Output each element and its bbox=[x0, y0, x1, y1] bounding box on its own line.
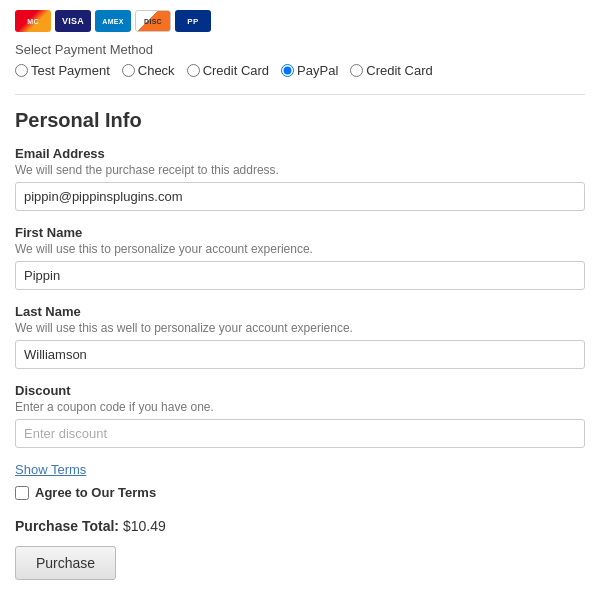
payment-option-test[interactable]: Test Payment bbox=[15, 63, 110, 78]
payment-radio-creditcard2[interactable] bbox=[350, 64, 363, 77]
agree-terms-row: Agree to Our Terms bbox=[15, 485, 585, 500]
show-terms-link[interactable]: Show Terms bbox=[15, 462, 86, 477]
select-payment-label: Select Payment Method bbox=[15, 42, 585, 57]
purchase-total: Purchase Total: $10.49 bbox=[15, 518, 585, 534]
payment-label-creditcard2: Credit Card bbox=[366, 63, 432, 78]
lastname-input[interactable] bbox=[15, 340, 585, 369]
agree-terms-label: Agree to Our Terms bbox=[35, 485, 156, 500]
firstname-input[interactable] bbox=[15, 261, 585, 290]
firstname-label: First Name bbox=[15, 225, 585, 240]
lastname-label: Last Name bbox=[15, 304, 585, 319]
visa-icon: VISA bbox=[55, 10, 91, 32]
email-hint: We will send the purchase receipt to thi… bbox=[15, 163, 585, 177]
terms-section: Show Terms Agree to Our Terms bbox=[15, 462, 585, 500]
amex-icon: AMEX bbox=[95, 10, 131, 32]
payment-option-paypal[interactable]: PayPal bbox=[281, 63, 338, 78]
payment-radio-creditcard1[interactable] bbox=[187, 64, 200, 77]
discover-icon: DISC bbox=[135, 10, 171, 32]
firstname-field-group: First Name We will use this to personali… bbox=[15, 225, 585, 290]
payment-option-creditcard1[interactable]: Credit Card bbox=[187, 63, 269, 78]
lastname-hint: We will use this as well to personalize … bbox=[15, 321, 585, 335]
payment-options: Test Payment Check Credit Card PayPal Cr… bbox=[15, 63, 585, 78]
payment-radio-check[interactable] bbox=[122, 64, 135, 77]
firstname-hint: We will use this to personalize your acc… bbox=[15, 242, 585, 256]
payment-option-creditcard2[interactable]: Credit Card bbox=[350, 63, 432, 78]
payment-radio-test[interactable] bbox=[15, 64, 28, 77]
email-label: Email Address bbox=[15, 146, 585, 161]
discount-label: Discount bbox=[15, 383, 585, 398]
payment-label-test: Test Payment bbox=[31, 63, 110, 78]
personal-info-title: Personal Info bbox=[15, 109, 585, 132]
payment-option-check[interactable]: Check bbox=[122, 63, 175, 78]
email-field-group: Email Address We will send the purchase … bbox=[15, 146, 585, 211]
discount-hint: Enter a coupon code if you have one. bbox=[15, 400, 585, 414]
payment-radio-paypal[interactable] bbox=[281, 64, 294, 77]
email-input[interactable] bbox=[15, 182, 585, 211]
mastercard-icon: MC bbox=[15, 10, 51, 32]
paypal-card-icon: PP bbox=[175, 10, 211, 32]
card-icons-row: MC VISA AMEX DISC PP bbox=[15, 10, 585, 32]
section-divider bbox=[15, 94, 585, 95]
payment-label-paypal: PayPal bbox=[297, 63, 338, 78]
discount-input[interactable] bbox=[15, 419, 585, 448]
payment-label-creditcard1: Credit Card bbox=[203, 63, 269, 78]
purchase-total-amount: $10.49 bbox=[123, 518, 166, 534]
payment-label-check: Check bbox=[138, 63, 175, 78]
lastname-field-group: Last Name We will use this as well to pe… bbox=[15, 304, 585, 369]
agree-terms-checkbox[interactable] bbox=[15, 486, 29, 500]
purchase-total-label: Purchase Total: bbox=[15, 518, 119, 534]
purchase-button[interactable]: Purchase bbox=[15, 546, 116, 580]
discount-field-group: Discount Enter a coupon code if you have… bbox=[15, 383, 585, 448]
